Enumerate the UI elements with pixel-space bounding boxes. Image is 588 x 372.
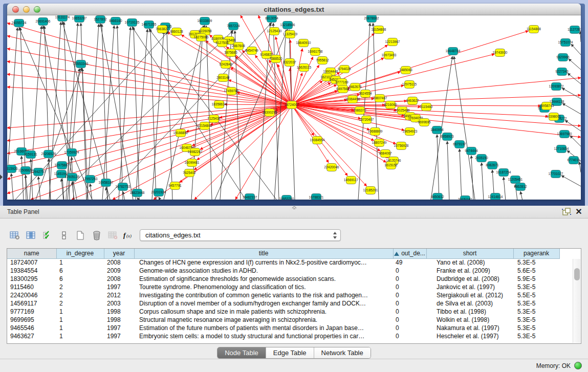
network-canvas[interactable]: 1872400724055724206914061913117410653287… [7,15,581,200]
network-edge[interactable] [235,31,241,200]
network-edge[interactable] [460,149,462,200]
tab-edge-table[interactable]: Edge Table [266,347,314,358]
column-header-out_de[interactable]: out_de... [393,249,426,258]
network-node-label: 19743930 [493,51,508,54]
network-node-label: 8813054 [265,16,278,20]
column-header-short[interactable]: short [426,249,513,258]
rows-icon[interactable] [56,229,72,242]
network-edge[interactable] [482,163,484,200]
column-header-in_degree[interactable]: in_degree [56,249,104,258]
network-edge[interactable] [447,141,449,200]
network-node-label: 12213967 [385,40,400,43]
float-window-icon[interactable] [561,207,572,216]
network-node-label: 19166852 [173,131,188,135]
network-edge[interactable] [7,49,292,105]
network-node-label: 9227343 [555,70,569,73]
network-node-label: 7955812 [316,58,329,62]
network-edge[interactable] [292,95,581,105]
table-vertical-scrollbar[interactable] [573,259,580,343]
network-edge[interactable] [437,135,439,200]
network-window-title: citations_edges.txt [7,6,581,13]
network-node-label: 3624554 [359,92,372,95]
table-chooser-select[interactable]: citations_edges.txt [140,229,341,241]
table-row[interactable]: 946362711997Embryonic stem cells: a mode… [7,332,563,340]
table-panel-header: Table Panel ✕ [0,206,588,218]
memory-ok-icon[interactable] [574,362,582,369]
network-edge[interactable] [289,30,295,200]
table-options-icon[interactable] [7,229,23,242]
network-edge[interactable] [580,31,581,42]
network-edge[interactable] [562,103,581,114]
network-node-label: 12185201 [363,188,378,192]
function-builder-icon[interactable]: f (x) [122,229,137,242]
column-visibility-icon[interactable] [24,229,39,242]
table-row[interactable]: 911546021997Tourette syndrome. Phenomeno… [7,283,563,291]
network-window-titlebar[interactable]: citations_edges.txt [7,4,581,15]
network-edge[interactable] [571,44,581,55]
network-edge[interactable] [292,105,581,126]
column-header-title[interactable]: title [134,249,393,258]
table-row[interactable]: 977716911998Corpus callosum shape and si… [7,308,563,316]
table-row[interactable]: 946554611997Estimation of the future num… [7,324,563,332]
network-node-label: 8216060 [384,103,397,106]
column-header-year[interactable]: year [104,249,134,258]
tab-node-table[interactable]: Node Table [217,347,266,358]
network-edge[interactable] [292,105,329,163]
table-row[interactable]: 1830029562008Estimation of significance … [7,275,563,283]
network-edge[interactable] [569,59,581,70]
table-row[interactable]: 969969511998Structural magnetic resonanc… [7,316,563,324]
table-row[interactable]: 1872400712008Changes of HCN gene express… [7,258,563,267]
network-node-label: 10807487 [373,96,387,100]
scrollbar-thumb[interactable] [574,268,580,280]
row-selection-icon[interactable] [40,229,55,242]
network-edge[interactable] [56,30,233,200]
network-edge[interactable] [123,191,125,200]
network-node-label: 10653287 [72,16,87,20]
create-column-icon[interactable] [73,229,88,242]
network-edge[interactable] [102,26,114,200]
network-edge[interactable] [454,56,475,200]
table-row[interactable]: 1938455462009Genome-wide association stu… [7,267,563,275]
network-edge[interactable] [7,105,292,128]
network-node-label: 12975115 [402,82,417,86]
table-row[interactable]: 2242004622012Investigating the contribut… [7,291,563,299]
network-node-label: 24055724 [12,21,27,25]
network-node-label: 10398001 [547,115,561,118]
network-edge[interactable] [87,24,99,200]
network-edge[interactable] [62,21,110,200]
network-edge[interactable] [7,61,292,105]
network-edge[interactable] [117,26,123,200]
network-edge[interactable] [150,29,156,200]
network-edge[interactable] [504,177,506,200]
network-edge[interactable] [119,27,130,200]
table-row[interactable]: 1456911722003Disruption of a novel membe… [7,299,563,308]
tab-network-table[interactable]: Network Table [314,347,371,358]
combo-arrows-icon [333,231,337,239]
network-edge[interactable] [7,28,17,200]
network-node-label: 13218506 [280,23,295,27]
network-edge[interactable] [7,105,292,179]
network-edge[interactable] [292,105,380,151]
network-edge[interactable] [562,88,581,99]
network-edge[interactable] [134,27,139,200]
splitter-grip-icon[interactable] [291,206,298,209]
network-edge[interactable] [568,73,581,84]
network-edge[interactable] [561,176,581,186]
column-header-pagerank[interactable]: pagerank [513,249,559,258]
network-edge[interactable] [292,105,361,119]
close-panel-icon[interactable]: ✕ [574,207,584,216]
collapsed-panel-arrow-icon[interactable] [0,174,3,180]
network-edge[interactable] [159,197,161,200]
network-edge[interactable] [38,177,40,200]
network-edge[interactable] [579,162,581,172]
network-window[interactable]: citations_edges.txt 18724007240557242069… [3,4,585,206]
column-header-name[interactable]: name [7,249,56,258]
network-edge[interactable] [100,24,133,200]
network-node-label: 15958745 [539,104,554,107]
node-attribute-table: namein_degreeyeartitleout_de...shortpage… [7,248,581,344]
network-edge[interactable] [7,23,292,105]
network-edge[interactable] [520,191,522,200]
network-edge[interactable] [7,36,292,105]
network-node-label: 18275086 [194,35,209,39]
delete-column-icon[interactable] [89,229,104,242]
